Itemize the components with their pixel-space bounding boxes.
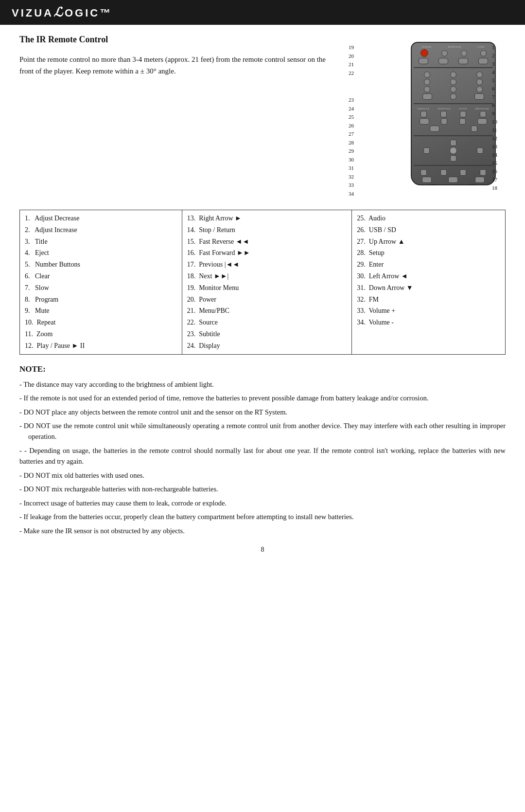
ref-item-24: 24. Display (187, 340, 347, 352)
note-item-10: Make sure the IR sensor is not obstructe… (19, 525, 506, 536)
left-column: The IR Remote Control Point the remote c… (19, 35, 326, 200)
rnum-14: 14 (492, 151, 506, 159)
remote-btn-m1[interactable] (441, 50, 448, 56)
numpad-row-4 (414, 93, 493, 100)
remote-btn-power[interactable] (420, 49, 428, 57)
logo: VIZUAℒOGIC™ (12, 5, 112, 20)
btn-stop[interactable] (422, 177, 432, 183)
btn-2[interactable] (450, 72, 456, 78)
ref-item-17: 17. Previous |◄◄ (187, 259, 347, 271)
btn-next[interactable] (480, 169, 486, 176)
rnum-6: 6 (492, 85, 506, 93)
btn-down[interactable] (450, 155, 456, 162)
ref-item-32: 32. FM (357, 294, 500, 306)
divider-3 (414, 135, 493, 136)
btn-volm[interactable] (468, 184, 478, 185)
remote-btn-m2[interactable] (461, 50, 467, 56)
btn-volp[interactable] (475, 177, 485, 183)
ref-item-19: 19. Monitor Menu (187, 282, 347, 294)
ref-item-14: 14. Stop / Return (187, 224, 347, 236)
ref-item-13: 13. Right Arrow ► (187, 213, 347, 224)
btn-0[interactable] (450, 93, 456, 100)
remote-btn-menu[interactable] (438, 58, 448, 64)
btn-3[interactable] (476, 72, 483, 78)
btn-7[interactable] (424, 86, 430, 92)
btn-rew[interactable] (440, 169, 447, 176)
btn-8[interactable] (450, 86, 456, 92)
remote-image: POWER MONITOR CTRL (411, 42, 496, 185)
remote-label-monitor: MONITOR (448, 46, 461, 48)
numpad-row-2 (414, 79, 493, 85)
description: Point the remote control no more than 3-… (19, 52, 326, 77)
numpad-row-1 (414, 72, 493, 78)
remote-btn-m3[interactable] (480, 50, 487, 56)
btn-up[interactable] (450, 140, 456, 146)
rnum-12: 12 (492, 134, 506, 143)
note-item-1: The distance may vary according to the b… (19, 379, 506, 390)
btn-setup[interactable] (430, 126, 439, 132)
remote-btn-title[interactable] (458, 58, 468, 64)
ref-item-12: 12. Play / Pause ► II (25, 340, 177, 352)
remote-label-ctrl: CTRL (477, 46, 485, 48)
btn-enter[interactable] (450, 147, 457, 154)
right-numbers: 1 2 3 4 5 6 7 8 9 10 11 12 13 14 15 16 1 (492, 43, 506, 192)
btn-4[interactable] (424, 79, 430, 85)
ref-item-6: 6. Clear (25, 271, 177, 282)
btn-slow[interactable] (460, 111, 466, 117)
ref-item-16: 16. Fast Forward ►► (187, 247, 347, 259)
note-item-6: DO NOT mix old batteries with used ones. (19, 470, 506, 481)
ref-item-23: 23. Subtitle (187, 328, 347, 340)
btn-usrsd[interactable] (420, 118, 429, 125)
divider-4 (414, 165, 493, 166)
num-19: 19 (340, 43, 354, 52)
remote-btn-eject[interactable] (478, 58, 488, 64)
btn-5[interactable] (450, 79, 456, 85)
num-21: 21 (340, 60, 354, 69)
btn-9[interactable] (476, 86, 483, 92)
btn-clr[interactable] (422, 93, 432, 100)
num-29: 29 (340, 147, 354, 156)
btn-audio[interactable] (471, 126, 477, 132)
btn-play[interactable] (448, 177, 458, 183)
rnum-17: 17 (492, 176, 506, 184)
btn-10plus[interactable] (474, 93, 484, 100)
rnum-18: 18 (492, 184, 506, 192)
remote-label-power: POWER (422, 46, 432, 48)
ref-item-34: 34. Volume - (357, 317, 500, 328)
remote-label-program: PROGRAM (475, 108, 489, 110)
btn-fwd[interactable] (460, 169, 466, 176)
ref-item-7: 7. Slow (25, 282, 177, 294)
remote-label-display: DISPLAY (418, 108, 429, 110)
btn-right[interactable] (477, 147, 483, 154)
note-item-9: If leakage from the batteries occur, pro… (19, 511, 506, 522)
func-row-btns-3 (414, 126, 493, 132)
note-section: NOTE: The distance may vary according to… (19, 364, 506, 537)
btn-1[interactable] (424, 72, 430, 78)
ref-item-29: 29. Enter (357, 259, 500, 271)
rnum-2: 2 (492, 52, 506, 60)
header: VIZUAℒOGIC™ (0, 0, 525, 25)
num-33: 33 (340, 181, 354, 190)
rnum-10: 10 (492, 118, 506, 126)
ref-item-18: 18. Next ►►| (187, 271, 347, 282)
remote-btn-source[interactable] (419, 58, 428, 64)
rnum-8: 8 (492, 101, 506, 109)
remote-label-subtitle: SUBTITLE (438, 108, 451, 110)
note-list: The distance may vary according to the b… (19, 379, 506, 537)
btn-subtitle[interactable] (440, 111, 447, 117)
ref-item-25: 25. Audio (357, 213, 500, 224)
btn-left[interactable] (423, 147, 430, 154)
btn-repeat[interactable] (477, 118, 487, 125)
ref-item-8: 8. Program (25, 294, 177, 306)
btn-prev[interactable] (420, 169, 427, 176)
btn-display[interactable] (420, 111, 427, 117)
btn-fm[interactable] (429, 184, 438, 185)
btn-program[interactable] (480, 111, 486, 117)
btn-mute[interactable] (459, 118, 466, 125)
ref-item-33: 33. Volume + (357, 305, 500, 317)
logo-script-l: ℒ (53, 5, 65, 19)
btn-6[interactable] (476, 79, 483, 85)
main-content: The IR Remote Control Point the remote c… (0, 25, 525, 568)
transport-row-2 (414, 177, 493, 183)
btn-zoom[interactable] (441, 118, 447, 125)
